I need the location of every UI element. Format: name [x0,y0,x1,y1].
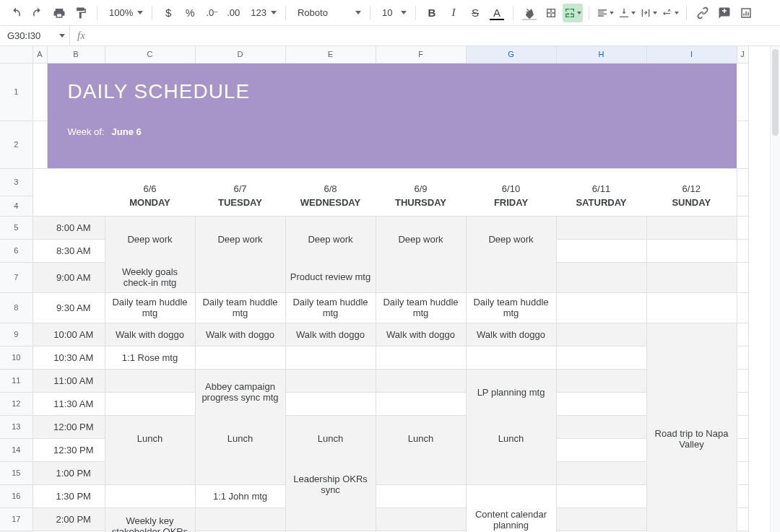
date-cell[interactable]: 6/7 [195,168,285,196]
event-cell[interactable]: Weekly key stakeholder OKRs sync mtg [105,507,195,532]
time-cell[interactable]: 2:00 PM [47,507,105,531]
cell[interactable] [105,369,195,392]
cell[interactable] [32,323,47,346]
cell[interactable] [556,216,646,239]
row-header[interactable]: 16 [0,484,32,507]
cell[interactable] [376,369,466,392]
cell[interactable] [737,507,748,531]
cell[interactable] [646,216,737,239]
insert-chart-button[interactable] [736,4,756,22]
day-cell[interactable]: WEDNESDAY [285,196,376,216]
cell[interactable] [737,63,748,121]
cell[interactable] [737,262,748,292]
row-header[interactable]: 15 [0,461,32,484]
vertical-scrollbar[interactable] [770,46,780,532]
cell[interactable] [466,346,556,369]
time-cell[interactable]: 8:30 AM [47,239,105,262]
row-header[interactable]: 3 [0,168,32,196]
col-header[interactable]: C [105,46,195,63]
cell[interactable] [376,392,466,415]
name-box[interactable]: G30:I30 [0,26,69,45]
time-cell[interactable]: 8:00 AM [47,216,105,239]
event-cell[interactable]: Daily team huddle mtg [105,292,195,323]
cell[interactable] [376,461,466,484]
cell[interactable] [285,369,376,392]
print-button[interactable] [49,4,69,22]
event-cell[interactable]: Deep work [195,216,285,262]
cell[interactable] [32,121,47,168]
cell[interactable] [556,239,646,262]
cell[interactable] [556,346,646,369]
row-header[interactable]: 9 [0,323,32,346]
insert-comment-button[interactable] [714,4,734,22]
cell[interactable] [195,461,285,484]
cell[interactable] [646,292,737,323]
cell[interactable] [376,262,466,292]
event-cell[interactable]: Deep work [376,216,466,262]
bold-button[interactable]: B [422,4,442,22]
decrease-decimal-button[interactable]: .0_ [202,4,222,22]
paint-format-button[interactable] [71,4,91,22]
cell[interactable] [466,461,556,484]
cell[interactable] [646,262,737,292]
cell[interactable] [32,262,47,292]
italic-button[interactable]: I [443,4,464,22]
row-header[interactable]: 4 [0,196,32,216]
row-header[interactable]: 17 [0,507,32,531]
event-cell[interactable]: Daily team huddle mtg [466,292,556,323]
cell[interactable] [105,484,195,507]
insert-link-button[interactable] [693,4,713,22]
time-cell[interactable]: 9:00 AM [47,262,105,292]
cell[interactable] [32,507,47,531]
cell[interactable] [737,168,748,196]
col-header[interactable]: G [466,46,556,63]
spreadsheet-grid[interactable]: A B C D E F G H I J 1 DAILY SCHEDULE 2 W [0,46,749,532]
date-cell[interactable]: 6/10 [466,168,556,196]
cell[interactable] [737,392,748,415]
text-wrap-button[interactable] [638,4,659,22]
cell[interactable] [556,262,646,292]
event-cell[interactable]: Deep work [466,216,556,262]
event-cell[interactable]: Abbey campaign progress sync mtg [195,369,285,415]
event-cell[interactable]: Deep work [105,216,195,262]
row-header[interactable]: 13 [0,415,32,438]
col-header[interactable]: J [737,46,748,63]
event-cell[interactable]: Lunch [376,415,466,461]
cell[interactable] [737,216,748,239]
cell[interactable] [32,392,47,415]
cell[interactable] [737,239,748,262]
col-header[interactable]: B [47,46,105,63]
col-header[interactable]: I [646,46,737,63]
cell[interactable] [376,346,466,369]
cell[interactable] [32,415,47,438]
cell[interactable] [285,346,376,369]
cell[interactable] [195,507,285,531]
event-cell[interactable]: Deep work [285,216,376,262]
day-cell[interactable]: TUESDAY [195,196,285,216]
day-cell[interactable]: FRIDAY [466,196,556,216]
row-header[interactable]: 5 [0,216,32,239]
cell[interactable] [556,392,646,415]
event-cell[interactable]: Lunch [466,415,556,461]
cell[interactable] [556,507,646,531]
strikethrough-button[interactable]: S [465,4,485,22]
col-header[interactable]: D [195,46,285,63]
text-rotation-button[interactable] [660,4,680,22]
event-cell[interactable]: Leadership OKRs sync [285,461,376,507]
day-cell[interactable]: SUNDAY [646,196,737,216]
cell[interactable] [737,369,748,392]
cell[interactable] [195,262,285,292]
increase-decimal-button[interactable]: .00 [223,4,243,22]
cell[interactable] [737,323,748,346]
undo-button[interactable] [6,4,26,22]
date-cell[interactable]: 6/8 [285,168,376,196]
time-cell[interactable]: 1:30 PM [47,484,105,507]
cell[interactable] [556,369,646,392]
font-combo[interactable]: Roboto [292,4,364,22]
cell[interactable] [556,438,646,461]
event-cell[interactable]: Lunch [195,415,285,461]
text-color-button[interactable]: A [487,4,507,22]
banner-subtitle-cell[interactable]: Week of:June 6 [47,121,737,168]
event-cell[interactable]: Weekly goals check-in mtg [105,262,195,292]
cell[interactable] [285,392,376,415]
